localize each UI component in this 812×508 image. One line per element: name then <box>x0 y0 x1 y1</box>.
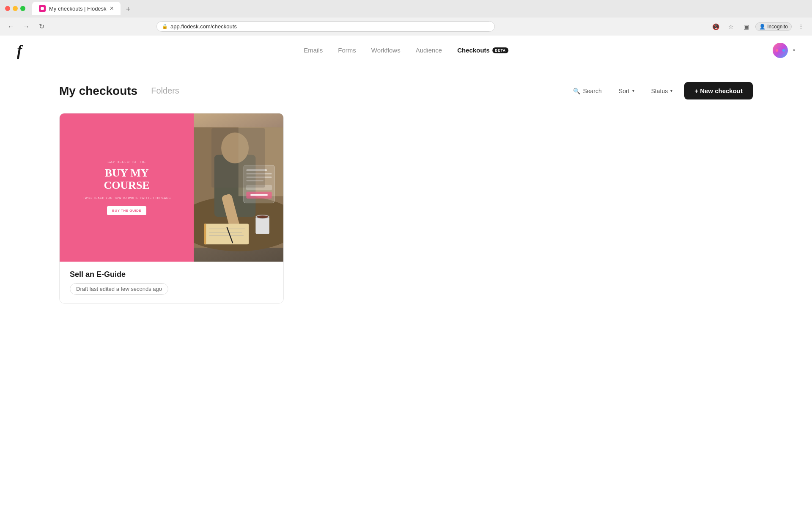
back-button[interactable]: ← <box>5 21 17 33</box>
address-bar[interactable]: 🔒 app.flodesk.com/checkouts <box>156 21 495 32</box>
profile-label: Incognito <box>767 24 788 30</box>
browser-navigation: ← → ↻ 🔒 app.flodesk.com/checkouts 📵 ☆ ▣ … <box>0 17 812 36</box>
sort-label: Sort <box>619 88 630 94</box>
top-nav: f Emails Forms Workflows Audience Checko… <box>0 36 812 65</box>
main-content: My checkouts Folders 🔍 Search Sort ▾ Sta… <box>0 65 812 320</box>
avatar-dot-3 <box>782 49 785 52</box>
minimize-window-button[interactable] <box>13 6 18 11</box>
page-tabs: Folders <box>151 86 179 96</box>
profile-icon: 👤 <box>759 24 765 30</box>
tab-title: My checkouts | Flodesk <box>49 6 107 12</box>
active-tab[interactable]: My checkouts | Flodesk × <box>32 2 121 15</box>
search-label: Search <box>583 88 601 94</box>
svg-point-14 <box>257 215 268 218</box>
nav-link-forms[interactable]: Forms <box>338 47 356 54</box>
checkout-card[interactable]: SAY HELLO TO THE BUY MY COURSE I WILL TE… <box>59 113 284 304</box>
bookmark-icon[interactable]: ☆ <box>725 21 737 33</box>
svg-rect-15 <box>239 127 283 196</box>
checkout-card-info: Sell an E-Guide Draft last edited a few … <box>60 262 283 303</box>
logo-text: f <box>17 41 22 59</box>
avatar[interactable] <box>773 43 788 58</box>
status-button[interactable]: Status ▾ <box>646 84 678 98</box>
checkout-card-preview: SAY HELLO TO THE BUY MY COURSE I WILL TE… <box>60 113 283 262</box>
svg-rect-17 <box>247 169 267 171</box>
tab-close-button[interactable]: × <box>110 5 114 12</box>
preview-inner: SAY HELLO TO THE BUY MY COURSE I WILL TE… <box>60 113 283 262</box>
nav-link-emails[interactable]: Emails <box>304 47 323 54</box>
nav-links: Emails Forms Workflows Audience Checkout… <box>304 47 508 54</box>
forward-button[interactable]: → <box>20 21 32 33</box>
svg-rect-20 <box>247 180 264 181</box>
lock-icon: 🔒 <box>162 24 168 29</box>
checkout-grid: SAY HELLO TO THE BUY MY COURSE I WILL TE… <box>59 113 753 304</box>
browser-menu-button[interactable]: ⋮ <box>795 21 807 33</box>
svg-rect-23 <box>250 194 268 196</box>
preview-photo-section <box>194 113 283 262</box>
avatar-dropdown-arrow[interactable]: ▾ <box>793 48 795 52</box>
browser-titlebar: My checkouts | Flodesk × + <box>0 0 812 17</box>
photo-simulation <box>194 113 283 262</box>
preview-title-line1: BUY MY <box>105 167 149 179</box>
preview-subtitle: I WILL TEACH YOU HOW TO WRITE TWITTER TH… <box>83 196 171 199</box>
status-chevron: ▾ <box>670 88 672 93</box>
page-title: My checkouts <box>59 84 137 98</box>
tab-favicon-inner <box>41 7 44 10</box>
close-window-button[interactable] <box>5 6 10 11</box>
page-actions: 🔍 Search Sort ▾ Status ▾ + New checkout <box>568 82 753 99</box>
preview-title: BUY MY COURSE <box>104 167 149 191</box>
maximize-window-button[interactable] <box>20 6 25 11</box>
checkout-card-status: Draft last edited a few seconds ago <box>70 283 168 295</box>
browser-window-controls <box>5 6 25 11</box>
nav-link-checkouts-label: Checkouts <box>457 47 490 54</box>
sort-button[interactable]: Sort ▾ <box>614 84 639 98</box>
address-text: app.flodesk.com/checkouts <box>170 23 237 30</box>
beta-badge: BETA <box>492 47 508 53</box>
search-button[interactable]: 🔍 Search <box>568 84 606 98</box>
svg-rect-18 <box>247 173 272 174</box>
tab-folders[interactable]: Folders <box>151 86 179 96</box>
preview-say-hello: SAY HELLO TO THE <box>107 160 146 164</box>
sort-chevron: ▾ <box>632 88 634 93</box>
avatar-dot-2 <box>779 49 782 52</box>
preview-photo-svg <box>194 113 283 262</box>
profile-button[interactable]: 👤 Incognito <box>755 22 792 31</box>
app: f Emails Forms Workflows Audience Checko… <box>0 36 812 508</box>
refresh-button[interactable]: ↻ <box>36 21 47 33</box>
svg-rect-7 <box>204 224 206 244</box>
avatar-dot-1 <box>776 49 778 52</box>
svg-rect-6 <box>204 224 249 244</box>
nav-link-audience[interactable]: Audience <box>416 47 442 54</box>
svg-rect-2 <box>214 155 256 217</box>
status-label: Status <box>651 88 668 94</box>
new-checkout-button[interactable]: + New checkout <box>684 82 753 99</box>
new-tab-button[interactable]: + <box>122 3 134 15</box>
preview-title-line2: COURSE <box>104 179 149 191</box>
tab-favicon <box>39 5 46 12</box>
browser-chrome: My checkouts | Flodesk × + ← → ↻ 🔒 app.f… <box>0 0 812 36</box>
logo[interactable]: f <box>17 41 22 59</box>
preview-cta-button[interactable]: BUY THE GUIDE <box>107 206 146 215</box>
nav-link-checkouts[interactable]: Checkouts BETA <box>457 47 508 54</box>
browser-nav-actions: 📵 ☆ ▣ 👤 Incognito ⋮ <box>710 21 807 33</box>
svg-rect-21 <box>247 185 272 190</box>
checkout-card-name: Sell an E-Guide <box>70 270 273 279</box>
page-header: My checkouts Folders 🔍 Search Sort ▾ Sta… <box>59 82 753 99</box>
browser-tabs: My checkouts | Flodesk × + <box>32 2 134 15</box>
sidebar-icon[interactable]: ▣ <box>740 21 752 33</box>
svg-rect-19 <box>247 177 272 178</box>
camera-off-icon: 📵 <box>710 21 721 33</box>
avatar-dots <box>776 49 785 52</box>
svg-rect-12 <box>256 217 270 234</box>
svg-point-3 <box>221 133 249 163</box>
search-icon: 🔍 <box>573 88 580 94</box>
nav-right: ▾ <box>773 43 795 58</box>
checkout-status-text: Draft last edited a few seconds ago <box>76 286 162 292</box>
nav-link-workflows[interactable]: Workflows <box>371 47 401 54</box>
preview-pink-section: SAY HELLO TO THE BUY MY COURSE I WILL TE… <box>60 113 194 262</box>
